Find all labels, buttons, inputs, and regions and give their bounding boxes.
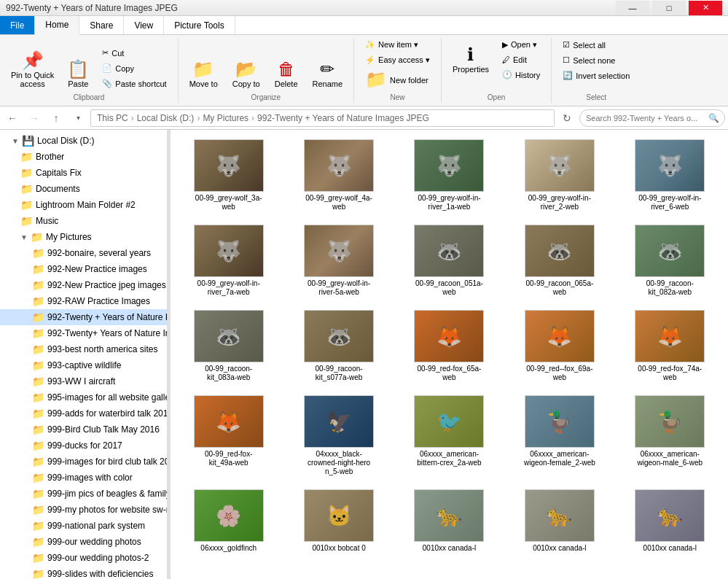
folder-icon: 📁 (32, 472, 44, 483)
file-thumbnail: 🦝 (635, 225, 705, 277)
move-to-button[interactable]: 📁 Move to (184, 58, 223, 90)
breadcrumb-folder[interactable]: 992-Twenty + Years of Nature Images JPEG (257, 113, 429, 123)
paste-button[interactable]: 📋 Paste (62, 58, 94, 90)
list-item[interactable]: 🐺 00-99_grey-wolf-in-river_2-web (507, 136, 611, 215)
list-item[interactable]: 🐺 00-99_grey-wolf-in-river-5a-web (286, 221, 391, 300)
sidebar-item-waterbird[interactable]: 📁 999-adds for waterbird talk 2017 (0, 405, 167, 421)
sidebar-item-sw-nm[interactable]: 📁 999-my photos for website sw-nm (0, 502, 167, 518)
sidebar-item-galleries[interactable]: 📁 995-images for all website galleries (0, 389, 167, 405)
sidebar-item-capitals-fix[interactable]: 📁 Capitals Fix (0, 165, 167, 181)
select-none-button[interactable]: ☐ Select none (557, 53, 620, 67)
properties-button[interactable]: ℹ Properties (447, 44, 494, 76)
list-item[interactable]: 🦊 00-99_red-fox-kit_49a-web (176, 392, 281, 480)
sidebar-item-music[interactable]: 📁 Music (0, 213, 167, 229)
folder-icon: 📁 (32, 263, 44, 275)
list-item[interactable]: 🦊 00-99_red-fox_74a-web (618, 306, 722, 386)
forward-button[interactable]: → (25, 109, 44, 128)
history-button[interactable]: 🕐 History (497, 68, 545, 82)
sidebar-item-new-practice-jpeg[interactable]: 📁 992-New Practice jpeg images (0, 277, 167, 293)
sidebar-item-twenty-years-tiff[interactable]: 📁 992-Twenty+ Years of Nature Images-TIF… (0, 325, 167, 341)
sidebar-item-raw-practice[interactable]: 📁 992-RAW Practice Images (0, 293, 167, 309)
sidebar-item-twenty-years-jpeg[interactable]: 📁 992-Twenty + Years of Nature Images JP… (0, 309, 167, 325)
sidebar-item-ducks[interactable]: 📁 999-ducks for 2017 (0, 438, 167, 454)
list-item[interactable]: 🐺 00-99_grey-wolf-in-river_1a-web (397, 136, 501, 215)
list-item[interactable]: 🦝 00-99_racoon-kit_083a-web (176, 306, 281, 386)
sidebar-item-national-park[interactable]: 📁 999-national park system (0, 518, 167, 534)
list-item[interactable]: 🦝 00-99_racoon_065a-web (507, 221, 611, 300)
list-item[interactable]: 🐆 0010xx canada-l (397, 486, 501, 556)
file-label: 00-99_grey-wolf-in-river_7a-web (192, 279, 265, 297)
refresh-button[interactable]: ↻ (557, 109, 576, 128)
file-thumbnail: 🐺 (304, 225, 374, 277)
file-thumbnail: 🦆 (635, 395, 705, 448)
search-input[interactable] (579, 109, 725, 127)
list-item[interactable]: 🦆 06xxxx_american-wigeon-male_6-web (618, 392, 722, 480)
minimize-button[interactable]: — (616, 1, 649, 15)
address-path[interactable]: This PC › Local Disk (D:) › My Pictures … (90, 109, 555, 127)
edit-button[interactable]: 🖊 Edit (497, 53, 545, 66)
tab-share[interactable]: Share (79, 16, 124, 34)
sidebar-item-my-pictures[interactable]: ▼ 📁 My Pictures (0, 229, 167, 245)
paste-shortcut-button[interactable]: 📎 Paste shortcut (97, 77, 171, 90)
list-item[interactable]: 🐱 0010xx bobcat 0 (286, 486, 391, 556)
tab-view[interactable]: View (124, 16, 164, 34)
sidebar-item-wedding[interactable]: 📁 999-our wedding photos (0, 534, 167, 550)
rename-button[interactable]: ✏ Rename (308, 58, 348, 90)
easy-access-button[interactable]: ⚡ Easy access ▾ (360, 53, 435, 67)
list-item[interactable]: 🦝 00-99_racoon_051a-web (397, 221, 501, 300)
sidebar-item-bonaire[interactable]: 📁 992-bonaire, several years (0, 245, 167, 261)
easy-access-icon: ⚡ (365, 55, 375, 65)
open-button[interactable]: ▶ Open ▾ (497, 38, 545, 52)
up-button[interactable]: ↑ (47, 109, 66, 128)
list-item[interactable]: 🐆 0010xx canada-l (618, 486, 722, 556)
sidebar-item-brother[interactable]: 📁 Brother (0, 149, 167, 165)
recent-button[interactable]: ▾ (69, 109, 87, 128)
sidebar-item-wedding-2[interactable]: 📁 999-our wedding photos-2 (0, 550, 167, 566)
breadcrumb-this-pc[interactable]: This PC (97, 113, 128, 123)
tab-file[interactable]: File (0, 16, 35, 34)
back-button[interactable]: ← (3, 109, 22, 128)
list-item[interactable]: 🦝 00-99_racoon-kit_082a-web (618, 221, 722, 300)
list-item[interactable]: 🌸 06xxxx_goldfinch (176, 486, 281, 556)
list-item[interactable]: 🐦 06xxxx_american-bittern-crex_2a-web (397, 392, 501, 480)
tab-home[interactable]: Home (35, 16, 79, 35)
list-item[interactable]: 🐺 00-99_grey-wolf-in-river_6-web (618, 136, 722, 215)
sidebar-item-bird-club-2017[interactable]: 📁 999-images for bird club talk 2017 (0, 454, 167, 470)
sidebar-item-lightroom[interactable]: 📁 Lightroom Main Folder #2 (0, 197, 167, 213)
sidebar-item-documents[interactable]: 📁 Documents (0, 181, 167, 197)
tab-picture-tools[interactable]: Picture Tools (164, 16, 235, 34)
list-item[interactable]: 🦆 06xxxx_american-wigeon-female_2-web (507, 392, 611, 480)
copy-button[interactable]: 📄 Copy (97, 61, 171, 75)
list-item[interactable]: 🐺 00-99_grey-wolf_3a-web (176, 136, 281, 215)
delete-button[interactable]: 🗑 Delete (270, 58, 303, 90)
sidebar-item-captive[interactable]: 📁 993-captive wildlife (0, 357, 167, 373)
expand-arrow: ▼ (20, 233, 28, 241)
sidebar-item-beagles[interactable]: 📁 999-jim pics of beagles & family-2016 (0, 486, 167, 502)
invert-selection-button[interactable]: 🔄 Invert selection (557, 69, 635, 82)
sidebar-item-bird-club[interactable]: 📁 999-Bird Club Talk May 2016 (0, 421, 167, 438)
breadcrumb-local-disk[interactable]: Local Disk (D:) (137, 113, 195, 123)
maximize-button[interactable]: □ (652, 1, 686, 15)
list-item[interactable]: 🐆 0010xx canada-l (507, 486, 611, 556)
list-item[interactable]: 🐺 00-99_grey-wolf-in-river_7a-web (176, 221, 281, 300)
new-label: New (390, 93, 404, 103)
select-all-button[interactable]: ☑ Select all (557, 38, 611, 52)
new-item-button[interactable]: ✨ New item ▾ (360, 38, 423, 52)
list-item[interactable]: 🦊 00-99_red-fox_65a-web (397, 306, 501, 386)
sidebar-item-ww1[interactable]: 📁 993-WW I aircraft (0, 373, 167, 389)
sidebar-item-new-practice[interactable]: 📁 992-New Practice images (0, 261, 167, 277)
sidebar-item-local-disk[interactable]: ▼ 💾 Local Disk (D:) (0, 133, 167, 149)
sidebar-item-best-north[interactable]: 📁 993-best north america sites (0, 341, 167, 357)
list-item[interactable]: 🐺 00-99_grey-wolf_4a-web (286, 136, 391, 215)
breadcrumb-my-pictures[interactable]: My Pictures (203, 113, 248, 123)
list-item[interactable]: 🦊 00-99_red--fox_69a-web (507, 306, 611, 386)
pin-button[interactable]: 📌 Pin to Quickaccess (6, 50, 59, 90)
sidebar-item-color[interactable]: 📁 999-images with color (0, 470, 167, 486)
cut-button[interactable]: ✂ Cut (97, 46, 171, 60)
list-item[interactable]: 🦝 00-99_racoon-kit_s077a-web (286, 306, 391, 386)
new-folder-button[interactable]: 📁 New folder (360, 69, 434, 90)
copy-to-button[interactable]: 📂 Copy to (227, 58, 265, 90)
close-button[interactable]: ✕ (689, 1, 722, 15)
list-item[interactable]: 🦅 04xxxx_black-crowned-night-hero n_5-we… (286, 392, 391, 480)
sidebar-item-slides[interactable]: 📁 999-slides with deficiencies (0, 566, 167, 579)
